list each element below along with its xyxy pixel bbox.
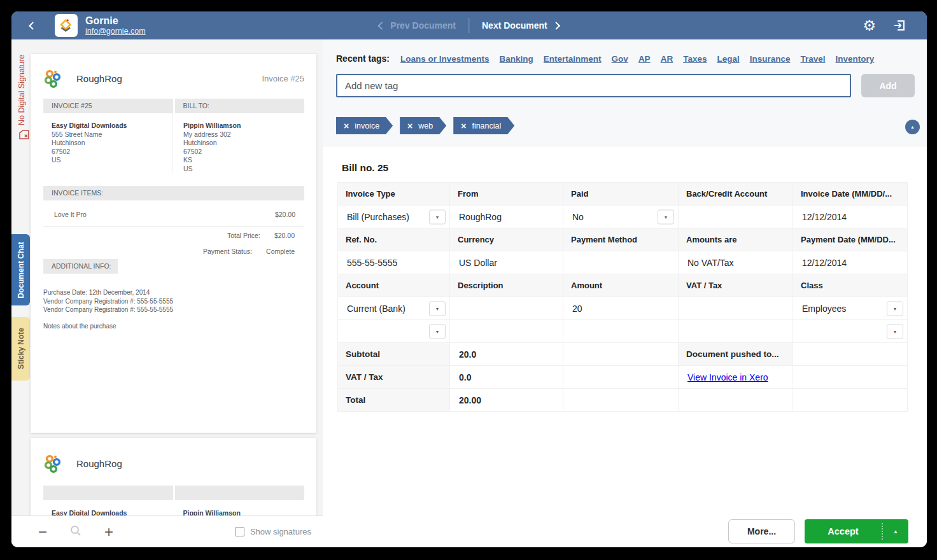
table-row: Subtotal20.0Document pushed to... bbox=[338, 343, 908, 366]
link-cell: View Invoice in Xero bbox=[679, 366, 793, 389]
document-chat-tab[interactable]: Document Chat bbox=[11, 234, 30, 305]
recent-tag-link[interactable]: Loans or Investments bbox=[400, 54, 490, 64]
recent-tag-link[interactable]: Insurance bbox=[750, 54, 791, 64]
value-cell[interactable]: ▼ bbox=[793, 320, 908, 343]
column-header: Amount bbox=[563, 274, 679, 297]
view-invoice-in-xero-link[interactable]: View Invoice in Xero bbox=[687, 372, 768, 382]
vendor-name: RoughRog bbox=[76, 458, 122, 469]
address-line: 67502 bbox=[183, 148, 304, 157]
value-cell[interactable]: US Dollar bbox=[450, 251, 563, 274]
address-line: US bbox=[183, 165, 304, 174]
recent-tag-link[interactable]: Inventory bbox=[836, 54, 875, 64]
recent-tag-link[interactable]: Legal bbox=[717, 54, 739, 64]
tag-remove-icon[interactable]: × bbox=[344, 122, 349, 130]
accept-button[interactable]: Accept ▲ bbox=[805, 519, 908, 543]
no-signature-icon bbox=[18, 129, 31, 143]
prev-document-button[interactable]: Prev Document bbox=[379, 20, 456, 31]
value-cell[interactable] bbox=[793, 389, 908, 412]
recent-tag-link[interactable]: AP bbox=[638, 54, 651, 64]
value-cell[interactable]: RoughRog bbox=[450, 206, 563, 228]
back-button[interactable] bbox=[23, 16, 42, 35]
app-window: Gornie info@gornie.com Prev Document Nex… bbox=[11, 11, 927, 547]
value-cell[interactable] bbox=[450, 297, 563, 320]
value-cell[interactable]: 12/12/2014 bbox=[793, 251, 908, 274]
value-cell[interactable] bbox=[679, 320, 793, 343]
dropdown-button[interactable]: ▼ bbox=[887, 301, 903, 316]
add-tag-button[interactable]: Add bbox=[861, 74, 915, 97]
recent-tag-link[interactable]: Taxes bbox=[683, 54, 707, 64]
caret-up-icon: ▲ bbox=[893, 529, 898, 535]
value-cell[interactable]: 0.0 bbox=[450, 366, 563, 389]
tag-chip[interactable]: ×web bbox=[400, 117, 446, 134]
address-line: 67502 bbox=[52, 148, 173, 157]
tag-chip[interactable]: ×financial bbox=[453, 117, 514, 134]
value-cell[interactable] bbox=[679, 206, 793, 228]
collapse-tags-button[interactable]: ▲ bbox=[905, 120, 920, 134]
caret-up-icon: ▲ bbox=[910, 125, 915, 129]
value-cell[interactable] bbox=[679, 389, 793, 412]
line-item-price: $20.00 bbox=[275, 211, 295, 218]
prev-document-label: Prev Document bbox=[390, 20, 456, 31]
recent-tag-link[interactable]: Travel bbox=[800, 54, 825, 64]
more-button[interactable]: More... bbox=[728, 519, 795, 543]
value-cell[interactable]: Employees▼ bbox=[793, 297, 908, 320]
value-cell[interactable] bbox=[793, 343, 908, 366]
applied-tags-list: ×invoice×web×financial bbox=[336, 117, 927, 134]
column-header: Account bbox=[338, 274, 450, 297]
value-cell[interactable]: No VAT/Tax bbox=[679, 251, 793, 274]
tag-remove-icon[interactable]: × bbox=[461, 122, 466, 130]
additional-info-line: Vendor Company Registration #: 555-55-55… bbox=[43, 297, 173, 306]
value-cell[interactable] bbox=[450, 320, 563, 343]
value-cell[interactable] bbox=[563, 320, 679, 343]
add-tag-input[interactable] bbox=[336, 74, 851, 97]
gear-icon[interactable]: ⚙ bbox=[863, 18, 876, 33]
dropdown-button[interactable]: ▼ bbox=[429, 301, 446, 316]
value-cell[interactable] bbox=[563, 343, 679, 366]
column-header: Currency bbox=[450, 228, 563, 251]
value-cell[interactable]: 555-55-5555 bbox=[338, 251, 450, 274]
value-cell[interactable]: Current (Bank)▼ bbox=[338, 297, 450, 320]
app-logo bbox=[55, 14, 78, 37]
value-cell[interactable]: No▼ bbox=[563, 206, 679, 228]
bill-details-table: Invoice TypeFromPaidBack/Credit AccountI… bbox=[337, 182, 908, 412]
account-email-link[interactable]: info@gornie.com bbox=[85, 27, 146, 36]
address-line: 555 Street Name bbox=[52, 130, 173, 139]
sticky-note-tab[interactable]: Sticky Note bbox=[11, 317, 30, 381]
value-cell[interactable] bbox=[679, 297, 793, 320]
bill-to-name-cut: Pippin Williamson bbox=[175, 509, 305, 515]
tag-remove-icon[interactable]: × bbox=[407, 122, 412, 130]
value-cell[interactable] bbox=[563, 251, 679, 274]
value-cell[interactable] bbox=[793, 366, 908, 389]
top-bar: Gornie info@gornie.com Prev Document Nex… bbox=[11, 11, 927, 39]
value-cell[interactable]: 12/12/2014 bbox=[793, 206, 908, 228]
tag-chip[interactable]: ×invoice bbox=[336, 117, 393, 134]
value-cell[interactable]: Bill (Purchases)▼ bbox=[338, 206, 450, 228]
exit-icon[interactable] bbox=[892, 18, 906, 32]
show-signatures-checkbox[interactable] bbox=[235, 527, 244, 536]
recent-tag-link[interactable]: AR bbox=[661, 54, 673, 64]
value-cell[interactable]: 20.00 bbox=[450, 389, 563, 412]
preview-page-2: RoughRog Easy Digital Downloads Pippin W… bbox=[31, 438, 316, 515]
value-cell[interactable]: ▼ bbox=[338, 320, 450, 343]
recent-tag-link[interactable]: Banking bbox=[500, 54, 533, 64]
additional-info-lines: Purchase Date: 12th December, 2014Vendor… bbox=[43, 288, 173, 314]
dropdown-button[interactable]: ▼ bbox=[658, 209, 674, 224]
next-document-button[interactable]: Next Document bbox=[482, 20, 560, 31]
value-cell[interactable]: 20.0 bbox=[450, 343, 563, 366]
invoice-header-bar bbox=[43, 486, 173, 500]
table-row: Invoice TypeFromPaidBack/Credit AccountI… bbox=[338, 183, 908, 206]
recent-tag-link[interactable]: Gov bbox=[612, 54, 628, 64]
value-cell[interactable]: 20 bbox=[563, 297, 679, 320]
dropdown-button[interactable]: ▼ bbox=[429, 209, 446, 224]
zoom-out-button[interactable]: − bbox=[38, 524, 47, 540]
accept-dropdown-caret[interactable]: ▲ bbox=[883, 529, 908, 535]
show-signatures-toggle[interactable]: Show signatures bbox=[235, 527, 311, 536]
dropdown-button[interactable]: ▼ bbox=[429, 324, 446, 339]
value-cell[interactable] bbox=[563, 389, 679, 412]
dropdown-button[interactable]: ▼ bbox=[887, 324, 903, 339]
column-header: Paid bbox=[563, 183, 679, 206]
recent-tag-link[interactable]: Entertainment bbox=[544, 54, 602, 64]
value-cell[interactable] bbox=[563, 366, 679, 389]
zoom-in-button[interactable]: + bbox=[104, 524, 113, 540]
gornie-logo-icon bbox=[59, 18, 74, 33]
